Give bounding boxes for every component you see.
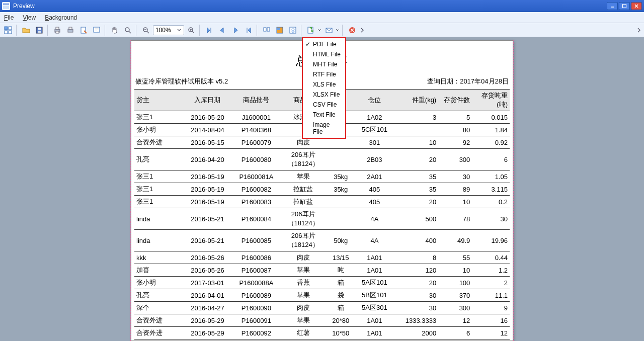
print-icon[interactable] (51, 25, 63, 36)
last-page-icon[interactable] (243, 25, 255, 36)
svg-rect-17 (68, 29, 73, 32)
svg-rect-36 (277, 28, 280, 30)
svg-rect-21 (95, 29, 99, 29)
export-menu-item[interactable]: MHT File (303, 59, 345, 69)
watermark-icon[interactable]: Ⓐ (287, 25, 299, 36)
email-dropdown[interactable] (323, 25, 340, 36)
next-page-icon[interactable] (229, 25, 242, 36)
svg-rect-4 (623, 4, 626, 8)
svg-point-24 (125, 28, 129, 32)
col-header: 仓位 (356, 90, 393, 111)
menu-background[interactable]: Background (45, 14, 77, 21)
col-header: 存货吨重(吨) (472, 90, 510, 111)
svg-line-25 (129, 31, 131, 33)
svg-rect-23 (95, 31, 97, 31)
table-row: linda2016-05-21P1600085206耳片（18124）50kg4… (134, 230, 510, 251)
table-row: 深个2016-04-27P1600090肉皮箱5A区301303009 (134, 302, 510, 314)
svg-rect-34 (267, 28, 270, 31)
svg-rect-12 (38, 28, 41, 30)
table-row: 北京天昌斋食品有限公司2016-05-29P160009310kg鸡爪20*80… (134, 339, 510, 342)
menubar: File View Background (0, 12, 644, 23)
menu-view[interactable]: View (23, 14, 36, 21)
svg-rect-1 (3, 4, 9, 5)
export-menu-item[interactable]: Image File (303, 120, 345, 137)
color-icon[interactable] (274, 25, 286, 36)
svg-rect-33 (264, 28, 266, 31)
svg-rect-15 (56, 27, 59, 29)
table-row: 孔亮2016-04-01P1600089苹果袋5B区1013037011.1 (134, 289, 510, 302)
export-menu-item[interactable]: XLS File (303, 79, 345, 90)
svg-rect-22 (95, 30, 99, 30)
table-row: 合资外进2016-05-29P1600092红薯10*501A012000612 (134, 327, 510, 339)
table-row: 张三12016-05-19P1600083拉缸盐40520100.2 (134, 196, 510, 208)
export-dropdown[interactable] (305, 25, 322, 36)
titlebar: Preview (0, 0, 644, 12)
page-setup-icon[interactable] (77, 25, 90, 36)
table-row: kkk2016-05-26P1600086肉皮13/151A018550.44 (134, 251, 510, 264)
multipage-icon[interactable] (261, 25, 273, 36)
svg-line-32 (192, 31, 194, 33)
query-date: 查询日期：2017年04月28日 (427, 77, 509, 86)
hand-tool-icon[interactable] (109, 25, 121, 36)
svg-rect-7 (5, 27, 8, 30)
svg-rect-18 (69, 27, 72, 29)
export-menu: ✓PDF FileHTML FileMHT FileRTF FileXLS Fi… (302, 37, 346, 139)
svg-rect-9 (5, 31, 8, 34)
export-menu-item[interactable]: XLSX File (303, 90, 345, 100)
export-menu-item[interactable]: CSV File (303, 100, 345, 110)
zoom-level-input[interactable]: 100% (153, 25, 184, 35)
magnifier-icon[interactable] (122, 25, 134, 36)
toolbar-overflow-icon[interactable] (359, 27, 365, 33)
table-row: 张三12016-05-19P1600081A苹果35kg2A0135301.05 (134, 170, 510, 183)
col-header: 商品批号 (232, 90, 281, 111)
maximize-button[interactable] (619, 2, 630, 10)
export-menu-item[interactable]: ✓PDF File (303, 39, 345, 49)
svg-text:Ⓐ: Ⓐ (291, 28, 295, 33)
table-row: linda2016-05-21P1600084206耳片（18124）4A500… (134, 208, 510, 230)
col-header: 入库日期 (183, 90, 232, 111)
menu-file[interactable]: File (4, 14, 14, 21)
edit-page-icon[interactable] (91, 25, 103, 36)
close-preview-icon[interactable] (346, 25, 358, 36)
svg-rect-13 (38, 31, 41, 33)
export-menu-item[interactable]: Text File (303, 110, 345, 120)
quick-print-icon[interactable] (64, 25, 76, 36)
app-icon (2, 2, 10, 10)
save-icon[interactable] (33, 25, 45, 36)
col-header: 存货件数 (438, 90, 472, 111)
table-row: 孔亮2016-04-20P1600080206耳片（18124）2B032030… (134, 149, 510, 170)
svg-rect-19 (81, 27, 86, 33)
col-header: 件重(kg) (393, 90, 439, 111)
window-title: Preview (13, 3, 607, 10)
zoom-in-icon[interactable] (185, 25, 197, 36)
col-header: 货主 (134, 90, 183, 111)
svg-rect-2 (3, 6, 9, 9)
table-row: 张三12016-05-19P1600082拉缸盐35kg40535893.115 (134, 183, 510, 196)
software-label: 傲蓝冷库管理软件试用版本 v5.2 (135, 77, 228, 86)
table-row: 加喜2016-05-26P1600087苹果吨1A01120101.2 (134, 264, 510, 277)
svg-rect-16 (56, 31, 59, 33)
thumbnails-icon[interactable] (2, 25, 14, 36)
first-page-icon[interactable] (203, 25, 215, 36)
svg-rect-10 (9, 31, 12, 34)
export-menu-item[interactable]: RTF File (303, 69, 345, 79)
export-menu-item[interactable]: HTML File (303, 49, 345, 59)
close-button[interactable] (631, 2, 642, 10)
svg-rect-8 (9, 27, 12, 30)
table-row: 张小明2017-03-01P1600088A香蕉箱5A区101201002 (134, 277, 510, 289)
open-icon[interactable] (20, 25, 32, 36)
toolbar: 100% Ⓐ (0, 23, 644, 37)
zoom-out-icon[interactable] (140, 25, 152, 36)
minimize-button[interactable] (607, 2, 618, 10)
prev-page-icon[interactable] (216, 25, 228, 36)
table-row: 合资外进2016-05-29P1600091苹果20*801A011333.33… (134, 314, 510, 327)
toolbar-overflow-right-icon[interactable] (636, 27, 642, 33)
svg-line-28 (147, 31, 149, 33)
